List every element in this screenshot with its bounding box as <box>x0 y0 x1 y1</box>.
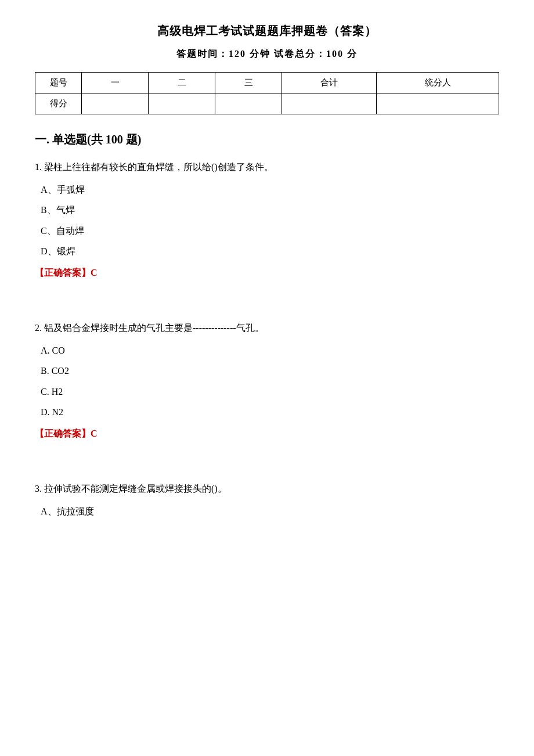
question-1-option-a: A、手弧焊 <box>41 182 499 197</box>
question-3-option-a: A、抗拉强度 <box>41 503 499 519</box>
table-header-3: 三 <box>215 73 282 93</box>
table-header-2: 二 <box>149 73 215 93</box>
question-1-option-d: D、锻焊 <box>41 243 499 259</box>
table-score-2 <box>149 93 215 114</box>
exam-info: 答题时间：120 分钟 试卷总分：100 分 <box>35 48 499 60</box>
question-2-option-d: D. N2 <box>41 404 499 420</box>
question-1: 1. 梁柱上往往都有较长的直角焊缝，所以给()创造了条件。 A、手弧焊 B、气焊… <box>35 159 499 279</box>
question-1-text: 1. 梁柱上往往都有较长的直角焊缝，所以给()创造了条件。 <box>35 159 499 175</box>
question-1-option-b: B、气焊 <box>41 202 499 218</box>
table-score-total <box>282 93 377 114</box>
question-3-text: 3. 拉伸试验不能测定焊缝金属或焊接接头的()。 <box>35 481 499 496</box>
table-score-scorer <box>377 93 499 114</box>
page-title: 高级电焊工考试试题题库押题卷（答案） <box>35 23 499 39</box>
table-score-3 <box>215 93 282 114</box>
question-2-option-a: A. CO <box>41 343 499 358</box>
question-2-option-c: C. H2 <box>41 384 499 399</box>
table-row-label: 得分 <box>35 93 82 114</box>
question-2-answer: 【正确答案】C <box>35 428 499 440</box>
section-title: 一. 单选题(共 100 题) <box>35 132 499 147</box>
table-header-scorer: 统分人 <box>377 73 499 93</box>
question-2: 2. 铝及铝合金焊接时生成的气孔主要是--------------气孔。 A. … <box>35 320 499 440</box>
question-1-option-c: C、自动焊 <box>41 223 499 239</box>
table-header-1: 一 <box>82 73 149 93</box>
question-3: 3. 拉伸试验不能测定焊缝金属或焊接接头的()。 A、抗拉强度 <box>35 481 499 519</box>
score-table: 题号 一 二 三 合计 统分人 得分 <box>35 72 499 114</box>
question-2-text: 2. 铝及铝合金焊接时生成的气孔主要是--------------气孔。 <box>35 320 499 336</box>
table-score-1 <box>82 93 149 114</box>
question-2-option-b: B. CO2 <box>41 363 499 379</box>
table-header-total: 合计 <box>282 73 377 93</box>
question-1-answer: 【正确答案】C <box>35 267 499 279</box>
table-header-num: 题号 <box>35 73 82 93</box>
